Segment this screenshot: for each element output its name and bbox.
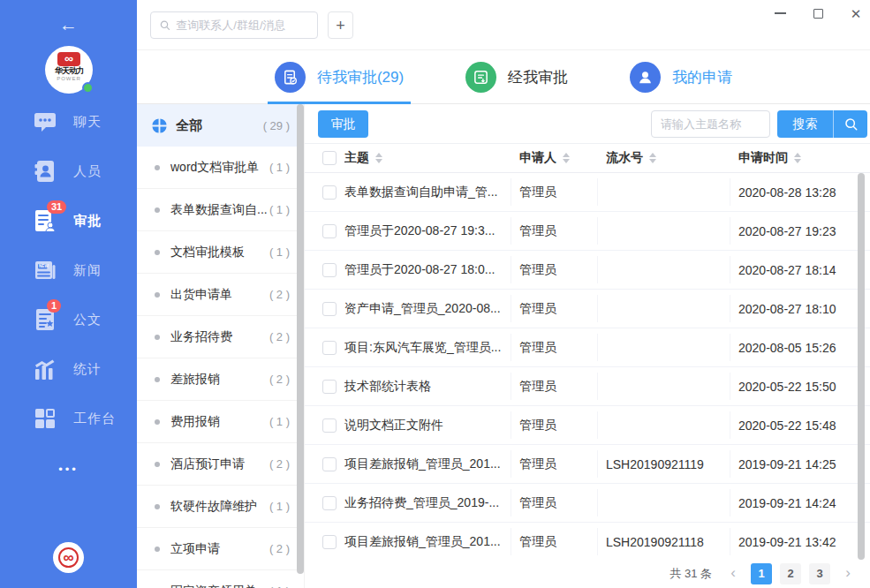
close-button[interactable]: ✕	[849, 6, 863, 20]
bullet-icon	[155, 165, 160, 170]
column-header-subject[interactable]: 主题	[344, 150, 519, 166]
sidebar-item-label: 审批	[73, 213, 102, 230]
subject-search-group: 搜索	[651, 110, 867, 138]
table-row[interactable]: 项目差旅报销_管理员_201... 管理员 LSH20190921119 201…	[305, 445, 870, 484]
sidebar-item-news[interactable]: NEW 新闻	[0, 253, 137, 288]
bullet-icon	[155, 462, 160, 467]
user-avatar[interactable]: ∞ 华天动力 POWER	[45, 46, 93, 94]
cell-applicant: 管理员	[519, 418, 606, 433]
cell-applicant: 管理员	[519, 534, 606, 550]
category-label: 软硬件故障维护	[170, 499, 269, 515]
page-button-1[interactable]: 1	[751, 563, 772, 584]
table-row[interactable]: 业务招待费_管理员_2019-... 管理员 2019-09-21 14:24	[305, 484, 870, 523]
page-button-3[interactable]: 3	[809, 563, 830, 584]
total-count-label: 共 31 条	[670, 566, 712, 582]
sort-icon[interactable]	[649, 153, 656, 163]
row-checkbox[interactable]	[322, 224, 337, 238]
category-count: ( 2 )	[269, 542, 290, 555]
maximize-button[interactable]	[811, 6, 825, 20]
category-item[interactable]: 全部 ( 29 )	[137, 104, 304, 147]
cell-apply-time: 2020-08-27 19:23	[738, 224, 870, 238]
category-item[interactable]: 表单数据查询自... ( 1 )	[137, 189, 304, 231]
category-label: 业务招待费	[170, 329, 269, 345]
category-item[interactable]: 酒店预订申请 ( 2 )	[137, 443, 304, 486]
table-row[interactable]: 表单数据查询自助申请_管... 管理员 2020-08-28 13:28	[305, 173, 870, 212]
table-row[interactable]: 资产申请_管理员_2020-08... 管理员 2020-08-27 18:10	[305, 290, 870, 328]
tab-reviewed[interactable]: 经我审批	[462, 50, 571, 103]
prev-page-button[interactable]: ‹	[723, 563, 743, 584]
row-checkbox[interactable]	[322, 263, 337, 277]
column-header-applicant[interactable]: 申请人	[519, 150, 606, 166]
table-row[interactable]: 项目:东风汽车展览_管理员... 管理员 2020-08-05 15:26	[305, 328, 870, 367]
cell-serial: LSH20190921118	[606, 535, 738, 549]
row-checkbox[interactable]	[322, 302, 337, 316]
sidebar-item-official-doc[interactable]: 1 公文	[0, 302, 137, 337]
category-item[interactable]: word文档审批单 ( 1 )	[137, 147, 304, 189]
sidebar-item-label: 聊天	[73, 114, 102, 131]
infinity-logo-icon: ∞	[57, 52, 80, 66]
search-icon	[844, 117, 859, 132]
row-checkbox[interactable]	[322, 380, 337, 394]
category-scrollbar[interactable]	[297, 104, 304, 574]
approve-button[interactable]: 审批	[318, 110, 368, 138]
column-header-serial[interactable]: 流水号	[606, 150, 738, 166]
sort-icon[interactable]	[794, 153, 801, 163]
sidebar-item-workbench[interactable]: 工作台	[0, 401, 137, 436]
row-checkbox[interactable]	[322, 496, 337, 510]
column-header-apply-time[interactable]: 申请时间	[738, 150, 870, 166]
sidebar-item-chat[interactable]: 聊天	[0, 104, 137, 139]
back-button[interactable]: ←	[0, 14, 137, 35]
contact-search-input[interactable]	[176, 19, 309, 32]
category-item[interactable]: 软硬件故障维护 ( 1 )	[137, 486, 304, 528]
category-item[interactable]: 出货申请单 ( 2 )	[137, 274, 304, 316]
sidebar-item-people[interactable]: 人员	[0, 154, 137, 189]
contact-search-box[interactable]	[150, 11, 318, 39]
row-checkbox[interactable]	[322, 535, 337, 549]
svg-text:NEW: NEW	[39, 264, 49, 268]
row-checkbox[interactable]	[322, 185, 337, 200]
subject-search-input[interactable]	[651, 110, 770, 138]
table-row[interactable]: 技术部统计表格 管理员 2020-05-22 15:50	[305, 367, 870, 406]
category-item[interactable]: 固定资产领用单 ( 1 )	[137, 570, 304, 588]
select-all-checkbox[interactable]	[322, 151, 337, 165]
table-row[interactable]: 项目差旅报销_管理员_201... 管理员 LSH20190921118 201…	[305, 523, 870, 562]
category-item[interactable]: 业务招待费 ( 2 )	[137, 316, 304, 358]
tab-pending[interactable]: 待我审批(29)	[271, 50, 407, 103]
sort-icon[interactable]	[563, 153, 570, 163]
sidebar-item-label: 统计	[73, 361, 102, 378]
sidebar-item-approval[interactable]: 31 审批	[0, 203, 137, 238]
sidebar-item-stats[interactable]: 统计	[0, 351, 137, 387]
official-doc-icon: 1	[33, 307, 57, 332]
minimize-icon	[775, 12, 786, 14]
page-numbers: 123	[751, 563, 830, 584]
category-label: 立项申请	[170, 541, 269, 557]
brand-name: 华天动力	[55, 66, 83, 76]
search-button[interactable]: 搜索	[777, 110, 834, 138]
sidebar-item-label: 工作台	[73, 411, 116, 427]
table-row[interactable]: 说明文档正文附件 管理员 2020-05-22 15:48	[305, 406, 870, 445]
sort-icon[interactable]	[375, 153, 382, 163]
category-item[interactable]: 立项申请 ( 2 )	[137, 528, 304, 570]
table-scrollbar[interactable]	[858, 173, 865, 560]
category-label: 出货申请单	[170, 287, 269, 303]
category-label: 固定资产领用单	[170, 584, 269, 588]
cell-subject: 项目:东风汽车展览_管理员...	[344, 340, 519, 356]
row-checkbox[interactable]	[322, 341, 337, 355]
row-checkbox[interactable]	[322, 418, 337, 433]
row-checkbox[interactable]	[322, 457, 337, 471]
more-button[interactable]: •••	[0, 463, 137, 476]
bullet-icon	[155, 419, 160, 425]
table-row[interactable]: 管理员于2020-08-27 19:3... 管理员 2020-08-27 19…	[305, 212, 870, 251]
category-item[interactable]: 费用报销 ( 1 )	[137, 401, 304, 443]
next-page-button[interactable]: ›	[838, 563, 858, 584]
add-button[interactable]: +	[328, 11, 353, 39]
page-button-2[interactable]: 2	[780, 563, 801, 584]
advanced-search-button[interactable]	[834, 110, 867, 138]
tab-my-applications[interactable]: 我的申请	[626, 50, 736, 103]
cell-apply-time: 2019-09-21 14:25	[738, 457, 870, 471]
category-item[interactable]: 差旅报销 ( 2 )	[137, 358, 304, 401]
sidebar-item-label: 新闻	[73, 262, 102, 279]
minimize-button[interactable]	[773, 6, 787, 20]
table-row[interactable]: 管理员于2020-08-27 18:0... 管理员 2020-08-27 18…	[305, 251, 870, 290]
category-item[interactable]: 文档审批模板 ( 1 )	[137, 231, 304, 274]
